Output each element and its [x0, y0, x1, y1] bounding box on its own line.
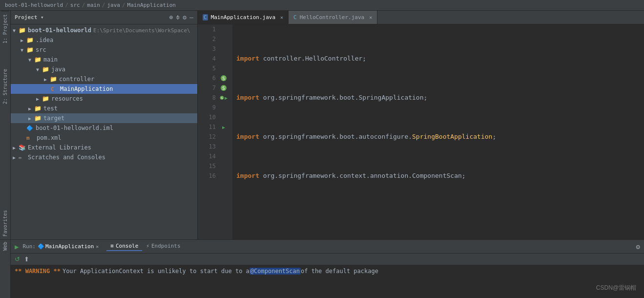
gutter-icon-1 [220, 24, 228, 34]
gutter-icon-run-11[interactable]: ▶ [220, 122, 228, 132]
line-numbers: 1 2 3 4 5 6 7 8 9 10 11 12 13 14 15 16 [198, 24, 220, 239]
arrow-icon: ▼ [36, 67, 42, 72]
endpoints-tab[interactable]: ⚡ Endpoints [142, 242, 184, 251]
tree-item-src[interactable]: ▼ 📁 src [11, 45, 197, 55]
tree-item-idea[interactable]: ▶ 📁 .idea [11, 35, 197, 45]
line-num: 10 [202, 112, 216, 122]
bottom-side-icons: Web [0, 239, 11, 298]
settings-icon[interactable]: ⚙ [636, 243, 640, 251]
tree-item-test[interactable]: ▶ 📁 test [11, 104, 197, 113]
arrow-icon: ▶ [28, 116, 34, 121]
gutter-icon-14 [220, 151, 228, 161]
endpoints-label: Endpoints [151, 243, 181, 249]
line-num: 16 [202, 171, 216, 181]
gutter-icon-3 [220, 44, 228, 54]
arrow-icon [44, 86, 50, 92]
arrow-icon: ▶ [13, 155, 19, 160]
line-num: 4 [202, 54, 216, 64]
structure-tab[interactable]: 2: Structure [1, 66, 9, 107]
tab-label: MainApplication.java [211, 14, 275, 21]
stop-button[interactable]: ⬆ [22, 255, 31, 264]
tree-item-main[interactable]: ▼ 📁 main [11, 55, 197, 64]
sidebar-icon-gear[interactable]: ⚙ [183, 14, 187, 21]
tree-item-label: boot-01-helloworld [28, 27, 91, 34]
tree-item-path: E:\Sprite\Documents\WorkSpace\ [93, 27, 190, 34]
library-icon: 📚 [19, 144, 26, 151]
tree-item-java[interactable]: ▼ 📁 java [11, 64, 197, 74]
project-tab[interactable]: 1: Project [1, 11, 9, 46]
tab-hellocontroller[interactable]: C HelloController.java ✕ [289, 11, 377, 24]
tab-label: HelloController.java [300, 14, 364, 21]
sidebar-icon-minimize[interactable]: — [189, 14, 193, 21]
code-line-1: import controller.HelloController; [236, 54, 640, 64]
gutter-icon-spring-6[interactable]: S [220, 73, 228, 83]
favorites-tab[interactable]: Favorites [1, 207, 9, 239]
code-text: ; [492, 132, 496, 142]
gutter-icon-spring-7[interactable]: S [220, 83, 228, 93]
tree-item-resources[interactable]: ▶ 📁 resources [11, 94, 197, 104]
breadcrumb-item[interactable]: main [87, 2, 100, 8]
restart-button[interactable]: ↺ [13, 255, 22, 264]
arrow-icon: ▼ [28, 57, 34, 63]
gutter-icon-run-8[interactable]: S ▶ [220, 93, 228, 103]
sidebar-icon-sync[interactable]: ≑ [176, 14, 180, 21]
code-line-4: import org.springframework.context.annot… [236, 171, 640, 181]
tree-item-extlibs[interactable]: ▶ 📚 External Libraries [11, 143, 197, 152]
run-arrow-icon[interactable]: ▶ [225, 95, 228, 101]
svg-text:S: S [222, 76, 225, 81]
tab-class-icon: C [203, 14, 208, 21]
code-text: controller.HelloController; [259, 54, 366, 64]
editor-tabs: C MainApplication.java ✕ C HelloControll… [198, 11, 644, 24]
tab-mainapplication[interactable]: C MainApplication.java ✕ [198, 11, 289, 24]
bottom-toolbar: ↺ ⬆ [11, 254, 644, 265]
code-text: org.springframework.boot.autoconfigure. [259, 132, 412, 142]
tree-item-label: boot-01-helloworld.iml [36, 125, 113, 131]
gutter-icon-2 [220, 34, 228, 44]
web-tab[interactable]: Web [1, 240, 9, 253]
file-icon: 🔷 [26, 125, 34, 131]
run-name: MainApplication [45, 243, 94, 250]
folder-icon: 📁 [34, 56, 42, 63]
breadcrumb-item[interactable]: boot-01-helloworld [5, 2, 63, 8]
arrow-icon: ▶ [36, 96, 42, 102]
breadcrumb-item[interactable]: src [70, 2, 80, 8]
console-label: Console [116, 243, 138, 249]
tree-item-target[interactable]: ▶ 📁 target [11, 113, 197, 123]
breadcrumb-sep: / [82, 2, 85, 8]
folder-icon: 📁 [26, 37, 34, 43]
tab-close-button[interactable]: ✕ [280, 15, 283, 20]
code-text: org.springframework.boot.SpringApplicati… [259, 93, 427, 103]
tree-item-scratches[interactable]: ▶ ✏ Scratches and Consoles [11, 152, 197, 162]
tree-item-iml[interactable]: 🔷 boot-01-helloworld.iml [11, 123, 197, 133]
tree-item-controller[interactable]: ▶ 📁 controller [11, 74, 197, 84]
arrow-icon: ▶ [44, 77, 50, 82]
warning-keyword: ** WARNING ** [15, 268, 61, 275]
tree-item-root[interactable]: ▼ 📁 boot-01-helloworld E:\Sprite\Documen… [11, 25, 197, 35]
run-arrow-icon[interactable]: ▶ [222, 125, 225, 130]
console-tab[interactable]: ≡ Console [106, 242, 142, 251]
class-name: SpringBootApplication [412, 132, 492, 142]
tree-item-label: Scratches and Consoles [28, 154, 105, 161]
tab-class-icon: C [293, 14, 297, 21]
gutter-icon-10 [220, 112, 228, 122]
breadcrumb-sep: / [102, 2, 105, 8]
warning-text: Your ApplicationContext is unlikely to s… [62, 268, 249, 275]
tab-close-button[interactable]: ✕ [369, 15, 372, 20]
tree-item-pom[interactable]: m pom.xml [11, 133, 197, 143]
tree-item-label: resources [51, 95, 83, 102]
breadcrumb-item[interactable]: java [107, 2, 120, 8]
breadcrumb-item[interactable]: MainApplication [127, 2, 176, 8]
line-num: 12 [202, 132, 216, 142]
sidebar-icon-earth[interactable]: ⊕ [169, 14, 173, 21]
tree-item-label: controller [59, 76, 94, 83]
tree-item-mainapplication[interactable]: C MainApplication [11, 84, 197, 94]
run-icon[interactable]: ▶ [15, 243, 19, 251]
tree-item-label: main [43, 56, 58, 63]
tree-item-label: target [43, 115, 64, 122]
line-num: 6 [202, 73, 216, 83]
run-tab-close[interactable]: ✕ [96, 244, 99, 249]
tree-item-label: src [36, 46, 46, 53]
editor-area: C MainApplication.java ✕ C HelloControll… [198, 11, 644, 239]
arrow-icon: ▶ [28, 106, 34, 111]
scratches-icon: ✏ [19, 154, 26, 161]
